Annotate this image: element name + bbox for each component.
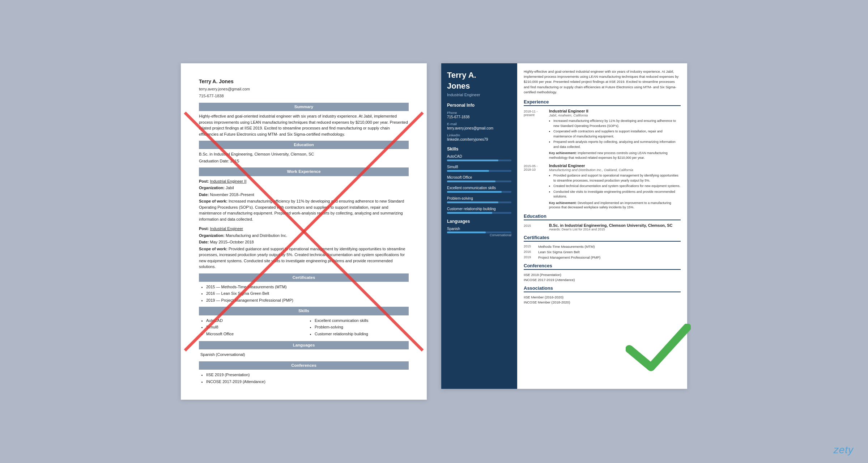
summary-header: Summary xyxy=(199,103,409,111)
work-entry-2: Post: Industrial Engineer Organization: … xyxy=(199,226,409,270)
lang-level-spanish: Conversational xyxy=(447,233,511,237)
work-header: Work Experience xyxy=(199,167,409,176)
skills-two-col: AutoCAD Simul8 Microsoft Office Excellen… xyxy=(199,318,409,338)
sb-linkedin-value: linkedin.com/terryjones79 xyxy=(447,137,511,141)
work2-org: Organization: Manufacturing and Distribu… xyxy=(199,233,409,239)
skill-fill-msoffice xyxy=(447,180,495,182)
skill-l-1: AutoCAD xyxy=(206,318,300,324)
skill-bar-simul8: Simul8 xyxy=(447,165,511,172)
work1-org-value: Jabil xyxy=(226,186,234,190)
exp-bullet-2-1: Provided guidance and support to operati… xyxy=(553,173,681,183)
work2-scope: Scope of work: Provided guidance and sup… xyxy=(199,246,409,270)
work1-post-label: Post: xyxy=(199,179,210,183)
skills-right-list: Excellent communication skills Problem-s… xyxy=(315,318,409,338)
plain-summary: Highly-effective and goal-oriented indus… xyxy=(199,113,409,137)
cert-name-2: Lean Six Sigma Green Belt xyxy=(538,250,580,254)
lang-bar-spanish: Spanish Conversational xyxy=(447,227,511,237)
plain-name: Terry A. Jones xyxy=(199,78,409,85)
conf-section-title: Conferences xyxy=(524,263,681,270)
skill-bg-problem xyxy=(447,201,511,203)
conf-header: Conferences xyxy=(199,361,409,370)
skill-fill-simul8 xyxy=(447,170,489,172)
edu-body-1: B.Sc. in Industrial Engineering, Clemson… xyxy=(549,223,672,231)
skill-bg-comm xyxy=(447,191,511,193)
skill-fill-comm xyxy=(447,191,502,193)
exp-body-1: Industrial Engineer II Jabil, Anaheim, C… xyxy=(549,109,681,160)
main-content: Highly-effective and goal-oriented indus… xyxy=(517,63,687,389)
conf-list: IISE 2019 (Presentation) INCOSE 2017-201… xyxy=(206,372,409,385)
skill-name-crb: Customer relationship building xyxy=(447,207,511,211)
cert-list: 2015 — Methods-Time Measurements (MTM) 2… xyxy=(206,284,409,303)
work2-scope-label: Scope of work: xyxy=(199,247,229,251)
edu-section-title: Education xyxy=(524,213,681,220)
exp-bullet-2-2: Created technical documentation and syst… xyxy=(553,184,681,189)
exp-bullet-1-2: Cooperated with contractors and supplier… xyxy=(553,129,681,139)
assoc-item-1: IISE Member (2016-2020) xyxy=(524,295,681,299)
cert-year-1: 2015 xyxy=(524,245,535,249)
sb-phone-label: Phone xyxy=(447,111,511,115)
styled-last-name: Jones xyxy=(447,81,511,91)
work-entry-1: Post: Industrial Engineer II Organizatio… xyxy=(199,178,409,222)
plain-edu-line1: B.Sc. in Industrial Engineering, Clemson… xyxy=(199,151,409,157)
work1-scope: Scope of work: Increased manufacturing e… xyxy=(199,198,409,222)
sb-email-value: terry.avery.jones@gmail.com xyxy=(447,126,511,130)
edu-entry-1: 2015 B.Sc. in Industrial Engineering, Cl… xyxy=(524,223,681,231)
cert-row-1: 2015 Methods-Time Measurements (MTM) xyxy=(524,245,681,249)
skill-name-simul8: Simul8 xyxy=(447,165,511,169)
edu-note-1: Awards: Dean's List for 2014 and 2015 xyxy=(549,228,672,231)
resume-plain: Terry A. Jones terry.avery.jones@gmail.c… xyxy=(181,63,427,400)
sb-personal-title: Personal Info xyxy=(447,103,511,108)
skill-r-1: Excellent communication skills xyxy=(315,318,409,324)
styled-title: Industrial Engineer xyxy=(447,93,511,97)
exp-title-1: Industrial Engineer II xyxy=(549,109,681,113)
skill-r-2: Problem-solving xyxy=(315,324,409,330)
styled-first-name: Terry A. xyxy=(447,71,511,80)
plain-email: terry.avery.jones@gmail.com xyxy=(199,86,409,92)
exp-bullet-2-3: Conducted site visits to investigate eng… xyxy=(553,190,681,199)
work1-scope-value: Increased manufacturing efficiency by 11… xyxy=(199,199,404,221)
work2-org-label: Organization: xyxy=(199,233,226,238)
skill-name-msoffice: Microsoft Office xyxy=(447,175,511,179)
work2-date-value: May 2015–October 2018 xyxy=(210,240,254,244)
conf-item-1: IISE 2019 (Presentation) xyxy=(206,372,409,378)
exp-entry-2: 2015-05 -2018-10 Industrial Engineer Man… xyxy=(524,163,681,210)
exp-body-2: Industrial Engineer Manufacturing and Di… xyxy=(549,163,681,210)
work2-post-label: Post: xyxy=(199,226,210,231)
cert-year-3: 2019 xyxy=(524,255,535,259)
sb-email-label: E-mail xyxy=(447,122,511,126)
cert-item-1: 2015 — Methods-Time Measurements (MTM) xyxy=(206,284,409,290)
skill-bar-crb: Customer relationship building xyxy=(447,207,511,214)
cert-row-3: 2019 Project Management Professional (PM… xyxy=(524,255,681,259)
conf-item-1: IISE 2019 (Presentation) xyxy=(524,273,681,277)
work2-scope-value: Provided guidance and support to operati… xyxy=(199,247,405,269)
work1-org-label: Organization: xyxy=(199,186,226,190)
sb-linkedin-label: LinkedIn xyxy=(447,133,511,137)
exp-entry-1: 2018-11 -present Industrial Engineer II … xyxy=(524,109,681,160)
lang-name-spanish: Spanish xyxy=(447,227,511,231)
exp-date-1: 2018-11 -present xyxy=(524,109,545,160)
skills-left-list: AutoCAD Simul8 Microsoft Office xyxy=(206,318,300,338)
skill-fill-crb xyxy=(447,212,492,214)
skill-name-autocad: AutoCAD xyxy=(447,154,511,158)
work2-post-value: Industrial Engineer xyxy=(210,226,243,231)
skill-l-2: Simul8 xyxy=(206,324,300,330)
skill-bar-comm: Excellent communication skills xyxy=(447,186,511,193)
work2-post: Post: Industrial Engineer xyxy=(199,226,409,232)
skill-bar-autocad: AutoCAD xyxy=(447,154,511,161)
skill-bg-msoffice xyxy=(447,180,511,182)
cert-year-2: 2016 xyxy=(524,250,535,254)
sidebar: Terry A. Jones Industrial Engineer Perso… xyxy=(441,63,517,389)
cert-item-3: 2019 — Project Management Professional (… xyxy=(206,297,409,303)
cert-name-1: Methods-Time Measurements (MTM) xyxy=(538,245,595,249)
exp-bullet-1-3: Prepared work-analysis reports by collec… xyxy=(553,140,681,149)
work1-post: Post: Industrial Engineer II xyxy=(199,178,409,184)
conf-item-2: INCOSE 2017-2019 (Attendance) xyxy=(206,379,409,385)
key-ach-1: Key achievement: Implemented new process… xyxy=(549,151,681,160)
assoc-section-title: Associations xyxy=(524,285,681,292)
exp-section-title: Experience xyxy=(524,99,681,106)
skill-bar-problem: Problem-solving xyxy=(447,196,511,203)
work1-org: Organization: Jabil xyxy=(199,185,409,191)
exp-org-1: Jabil, Anaheim, California xyxy=(549,113,681,117)
lang-header: Languages xyxy=(199,341,409,349)
cert-item-2: 2016 — Lean Six Sigma Green Belt xyxy=(206,290,409,297)
